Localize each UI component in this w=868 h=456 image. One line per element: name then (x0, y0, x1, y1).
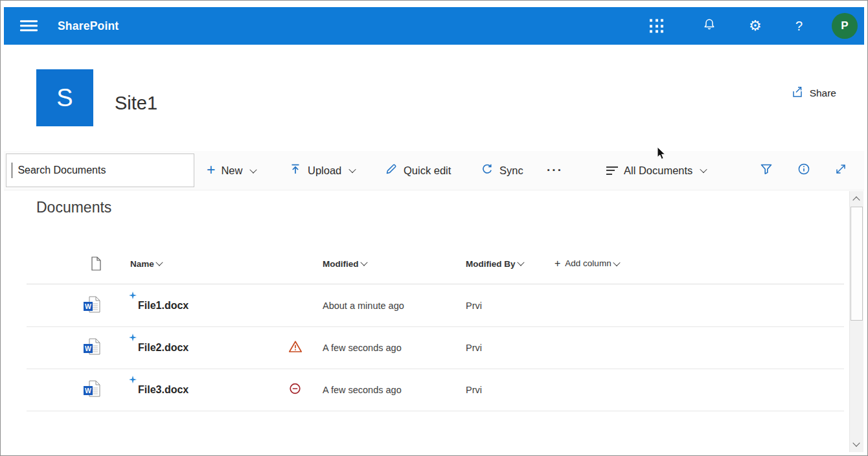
plus-icon: + (207, 163, 215, 177)
sync-warning-icon (288, 340, 303, 356)
modified-by: Prvi (466, 385, 482, 395)
chevron-down-icon (613, 258, 620, 266)
scrollbar-thumb[interactable] (851, 207, 863, 321)
notifications-bell-icon[interactable] (702, 17, 717, 35)
share-label: Share (810, 87, 836, 99)
settings-gear-icon[interactable]: ⚙ (749, 19, 762, 33)
site-logo[interactable]: S (36, 69, 93, 126)
table-row[interactable]: W File2.docx A few seconds ago Prvi (1, 326, 849, 369)
table-row[interactable]: W File1.docx About a minute ago Prvi (1, 284, 849, 326)
svg-text:W: W (85, 344, 91, 352)
expand-icon (835, 163, 847, 177)
chevron-down-icon (349, 166, 356, 173)
sync-icon (481, 163, 494, 178)
chevron-down-icon (250, 166, 257, 173)
modified-time: A few seconds ago (323, 385, 402, 395)
fullscreen-expand-button[interactable] (835, 163, 847, 177)
vertical-scrollbar[interactable] (849, 191, 863, 452)
modified-time: About a minute ago (323, 301, 404, 311)
command-bar: + New Upload Quick edit Sync ··· All (4, 151, 864, 190)
sync-button[interactable]: Sync (481, 163, 523, 178)
column-header-modified-by[interactable]: Modified By (466, 258, 523, 268)
modified-by: Prvi (466, 343, 482, 353)
app-title[interactable]: SharePoint (58, 19, 119, 33)
quick-edit-button[interactable]: Quick edit (385, 163, 451, 178)
list-title: Documents (36, 199, 111, 216)
upload-icon (289, 163, 302, 178)
sharepoint-window: SharePoint ⚙ ? P S Site1 Share + New (0, 0, 868, 456)
new-item-sparkle-icon (129, 290, 137, 302)
filter-button[interactable] (760, 163, 773, 177)
word-file-icon: W (84, 296, 101, 315)
plus-icon: + (554, 258, 560, 269)
scroll-up-icon[interactable] (852, 196, 860, 203)
word-file-icon: W (84, 380, 101, 400)
view-lines-icon (606, 164, 618, 177)
new-item-sparkle-icon (129, 374, 137, 386)
hamburger-menu-icon[interactable] (20, 17, 38, 34)
share-button[interactable]: Share (791, 86, 836, 101)
details-info-button[interactable] (797, 163, 810, 178)
chevron-down-icon (155, 258, 163, 266)
search-input[interactable] (12, 154, 194, 187)
new-button[interactable]: + New (207, 164, 256, 177)
table-header-row: Name Modified Modified By + Add column (1, 243, 849, 284)
chevron-down-icon (700, 166, 707, 173)
divider (27, 411, 844, 411)
svg-text:W: W (85, 302, 91, 310)
new-item-sparkle-icon (129, 332, 137, 344)
table-row[interactable]: W File3.docx A few seconds ago Prvi (1, 369, 849, 411)
help-icon[interactable]: ? (795, 19, 803, 34)
search-box (6, 154, 194, 187)
scroll-down-icon[interactable] (852, 439, 860, 446)
more-commands-button[interactable]: ··· (547, 163, 563, 177)
upload-button[interactable]: Upload (289, 163, 355, 178)
suite-bar: SharePoint ⚙ ? P (4, 7, 864, 45)
word-file-icon: W (84, 338, 101, 358)
info-icon (797, 163, 810, 178)
file-name-link[interactable]: File2.docx (138, 342, 188, 354)
share-icon (791, 86, 804, 101)
file-name-link[interactable]: File1.docx (138, 300, 188, 312)
add-column-button[interactable]: + Add column (554, 258, 619, 269)
file-name-link[interactable]: File3.docx (138, 384, 188, 396)
chevron-down-icon (517, 258, 524, 266)
modified-by: Prvi (466, 301, 482, 311)
column-header-name[interactable]: Name (130, 258, 162, 268)
file-type-column-icon[interactable] (90, 256, 102, 271)
sync-blocked-icon (289, 382, 301, 397)
app-launcher-icon[interactable] (650, 19, 663, 33)
chevron-down-icon (360, 258, 367, 266)
site-title[interactable]: Site1 (115, 93, 157, 114)
account-avatar[interactable]: P (832, 13, 858, 39)
column-header-modified[interactable]: Modified (323, 258, 367, 268)
view-selector[interactable]: All Documents (606, 164, 706, 177)
pencil-icon (385, 163, 398, 178)
filter-funnel-icon (760, 163, 773, 177)
svg-text:W: W (85, 386, 91, 394)
modified-time: A few seconds ago (323, 343, 402, 353)
